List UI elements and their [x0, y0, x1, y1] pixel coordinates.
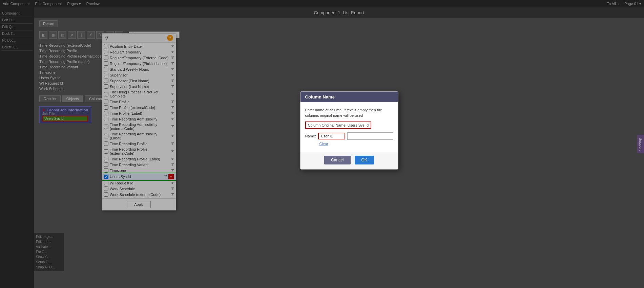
dialog-description: Enter name of column. If text is empty t…: [305, 108, 393, 118]
dialog-name-row: Name:: [305, 132, 393, 140]
dialog-name-label: Name:: [305, 134, 316, 138]
dialog-name-extra: [347, 132, 393, 140]
dialog-body: Enter name of column. If text is empty t…: [300, 102, 398, 152]
column-name-dialog: Column Name Enter name of column. If tex…: [300, 91, 398, 170]
dialog-overlay: Column Name Enter name of column. If tex…: [0, 0, 644, 288]
dialog-clear-link[interactable]: Clear: [319, 142, 393, 146]
dialog-original-name: Column Original Name: Users Sys Id: [305, 121, 372, 129]
dialog-title-bar: Column Name: [300, 92, 398, 102]
dialog-title: Column Name: [305, 94, 335, 99]
dialog-name-input[interactable]: [318, 133, 345, 139]
dialog-footer: Cancel OK: [300, 152, 398, 169]
dialog-cancel-button[interactable]: Cancel: [324, 156, 350, 164]
dialog-ok-button[interactable]: OK: [355, 156, 374, 164]
